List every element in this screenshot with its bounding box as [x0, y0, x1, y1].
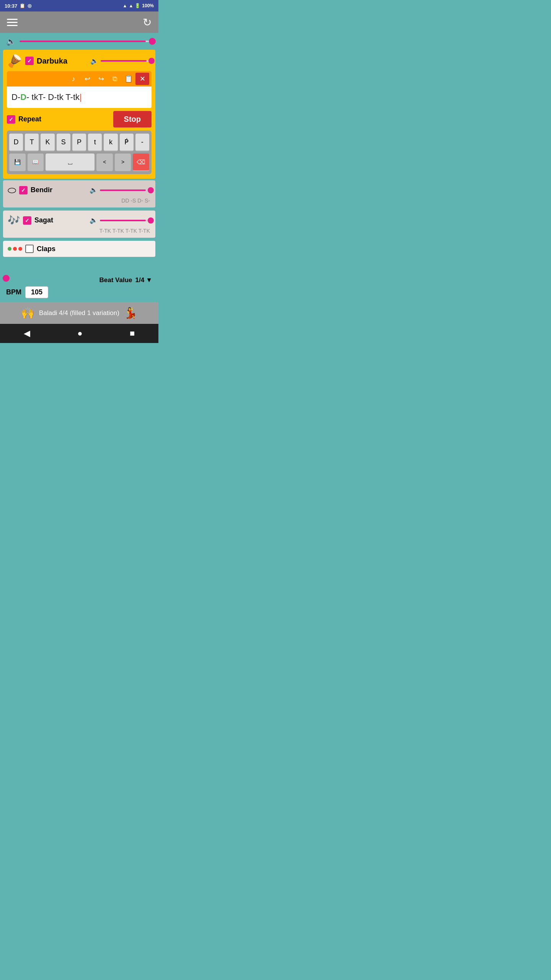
battery-icon: 🔋 [135, 3, 140, 8]
key-backspace[interactable]: ⌫ [133, 154, 149, 171]
nav-recent-button[interactable]: ■ [130, 328, 135, 338]
key-k[interactable]: k [104, 134, 117, 151]
paste-button[interactable]: 📋 [122, 73, 135, 85]
key-space[interactable]: ⎵ [46, 154, 95, 171]
bendir-name: Bendir [31, 186, 86, 194]
darbuka-panel: 🪘 ✓ Darbuka 🔈 ♪ ↩ ↪ ⧉ [3, 50, 155, 179]
status-left: 10:37 📋 ◎ [5, 3, 31, 9]
music-note-button[interactable]: ♪ [67, 73, 80, 85]
status-sim-icon: 📋 [20, 3, 25, 8]
bendir-volume-icon: 🔈 [90, 186, 98, 194]
nav-bar: ◀ ● ■ [0, 324, 158, 343]
beat-value-label: Beat Value [99, 276, 132, 284]
sagat-icon: 🎶 [8, 214, 20, 226]
master-volume-fill [20, 41, 146, 42]
save-icon: 💾 [14, 159, 21, 165]
nav-home-button[interactable]: ● [77, 328, 82, 338]
pattern-keyboard: D T K S P t k Ṕ - 💾 📖 ⎵ < > [7, 131, 152, 174]
paste-icon: 📋 [124, 75, 133, 83]
key-S[interactable]: S [57, 134, 70, 151]
bendir-volume-row: 🔈 [90, 186, 151, 194]
pattern-input-wrapper: ♪ ↩ ↪ ⧉ 📋 ✕ D-D- tkT- D-tk T-tk| [7, 71, 152, 108]
dot-3 [18, 247, 22, 251]
sagat-volume-slider[interactable] [100, 220, 151, 221]
darbuka-checkbox[interactable]: ✓ [25, 57, 34, 65]
refresh-button[interactable]: ↻ [143, 16, 152, 29]
bendir-volume-slider[interactable] [100, 189, 151, 191]
bendir-volume-fill [100, 189, 146, 191]
beat-value-chevron: ▼ [146, 276, 152, 284]
status-right: ▲ ▲ 🔋 100% [123, 3, 154, 8]
hamburger-menu[interactable] [7, 19, 18, 26]
sagat-volume-thumb[interactable] [148, 217, 154, 224]
bendir-pattern: DD -S D- S- [8, 198, 151, 204]
bottom-controls: Beat Value 1/4 ▼ BPM 105 [0, 269, 158, 302]
music-note-icon: ♪ [72, 75, 75, 83]
master-volume-thumb[interactable] [149, 38, 156, 45]
bottom-info-right-emoji: 💃 [124, 307, 137, 319]
right-arrow-icon: > [121, 159, 124, 165]
text-cursor: | [80, 92, 82, 102]
key-P[interactable]: P [72, 134, 86, 151]
dot-1 [8, 247, 11, 251]
space-label: ⎵ [68, 158, 72, 166]
stop-label: Stop [124, 115, 141, 123]
copy-button[interactable]: ⧉ [108, 73, 122, 85]
beat-value-selector[interactable]: 1/4 ▼ [135, 276, 152, 284]
input-toolbar: ♪ ↩ ↪ ⧉ 📋 ✕ [7, 71, 152, 87]
key-D[interactable]: D [9, 134, 23, 151]
bendir-volume-thumb[interactable] [148, 187, 154, 193]
bendir-row: ⬭ ✓ Bendir 🔈 [8, 184, 151, 196]
claps-checkbox[interactable] [25, 245, 34, 253]
master-volume-slider[interactable] [20, 41, 152, 42]
key-save[interactable]: 💾 [9, 154, 26, 171]
key-T[interactable]: T [25, 134, 39, 151]
clear-button[interactable]: ✕ [135, 73, 149, 85]
key-P-accent[interactable]: Ṕ [120, 134, 134, 151]
key-right[interactable]: > [115, 154, 131, 171]
key-dash[interactable]: - [135, 134, 149, 151]
dot-2 [13, 247, 17, 251]
top-bar: ↻ [0, 11, 158, 33]
key-left[interactable]: < [96, 154, 113, 171]
volume-icon: 🔈 [6, 37, 16, 46]
key-book[interactable]: 📖 [28, 154, 44, 171]
recent-icon: ■ [130, 328, 135, 338]
claps-row: Claps [8, 245, 151, 253]
bpm-value[interactable]: 105 [25, 286, 48, 298]
undo-button[interactable]: ↩ [80, 73, 94, 85]
darbuka-volume-fill [101, 60, 147, 62]
key-t[interactable]: t [88, 134, 102, 151]
key-K[interactable]: K [41, 134, 54, 151]
hamburger-line [7, 22, 18, 23]
claps-panel: Claps [3, 241, 155, 257]
claps-name: Claps [37, 245, 151, 253]
bpm-slider-thumb[interactable] [3, 275, 10, 282]
pattern-text-display[interactable]: D-D- tkT- D-tk T-tk| [7, 87, 152, 108]
nav-back-button[interactable]: ◀ [24, 328, 30, 338]
darbuka-volume-thumb[interactable] [148, 58, 155, 64]
status-circle-icon: ◎ [28, 3, 31, 8]
darbuka-icon: 🪘 [7, 54, 22, 68]
redo-icon: ↪ [98, 75, 104, 83]
sagat-name: Sagat [34, 216, 86, 224]
repeat-checkbox[interactable]: ✓ [7, 115, 15, 124]
sagat-checkbox[interactable]: ✓ [23, 216, 31, 225]
darbuka-volume-icon: 🔈 [90, 57, 98, 65]
repeat-checkmark: ✓ [9, 116, 13, 122]
stop-button[interactable]: Stop [113, 111, 152, 127]
bendir-icon: ⬭ [8, 184, 16, 196]
redo-button[interactable]: ↪ [94, 73, 108, 85]
bendir-checkbox[interactable]: ✓ [19, 186, 28, 194]
status-time: 10:37 [5, 3, 17, 9]
bottom-info-left-emoji: 🙌 [21, 307, 34, 319]
darbuka-name: Darbuka [37, 57, 87, 65]
bpm-label: BPM [6, 288, 21, 296]
close-icon: ✕ [140, 75, 145, 83]
master-volume-row: 🔈 [0, 33, 158, 50]
darbuka-volume-slider[interactable] [101, 60, 152, 62]
bendir-panel: ⬭ ✓ Bendir 🔈 DD -S D- S- [3, 180, 155, 207]
wifi-icon: ▲ [123, 3, 127, 8]
bottom-info-text: Baladi 4/4 (filled 1 variation) [39, 309, 119, 317]
sagat-row: 🎶 ✓ Sagat 🔈 [8, 214, 151, 226]
